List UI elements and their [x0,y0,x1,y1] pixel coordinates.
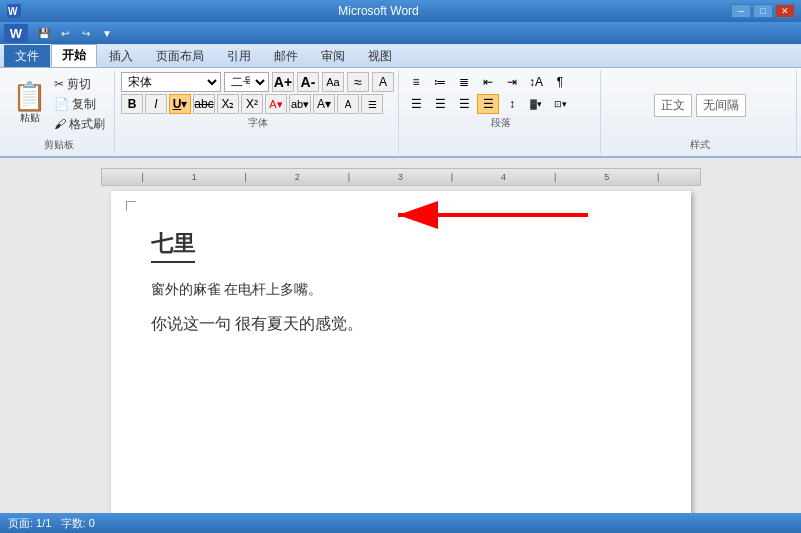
tab-insert[interactable]: 插入 [98,45,144,67]
highlight-button[interactable]: ab▾ [289,94,311,114]
font-color2-button[interactable]: A▾ [313,94,335,114]
cut-icon: ✂ [54,77,64,91]
align-left-button[interactable]: ☰ [405,94,427,114]
window-controls: ─ □ ✕ [731,4,795,18]
char-border-button[interactable]: A [337,94,359,114]
paragraph-group-label: 段落 [405,116,596,130]
cut-label: 剪切 [67,76,91,93]
margin-indicator [126,201,136,211]
copy-icon: 📄 [54,97,69,111]
style-no-space[interactable]: 无间隔 [696,94,746,117]
subscript-button[interactable]: X₂ [217,94,239,114]
red-arrow-indicator [393,195,593,235]
numbering-button[interactable]: ≔ [429,72,451,92]
style-normal[interactable]: 正文 [654,94,692,117]
svg-text:W: W [8,6,18,17]
font-group: 宋体 二号 初号 小初 一号 三号 A+ A- Aa ≈ A B I U▾ ab… [117,70,399,154]
tab-mailings[interactable]: 邮件 [263,45,309,67]
document-page: 七里 窗外的麻雀 在电杆上多嘴。 你说这一句 很有夏天的感觉。 [111,191,691,513]
tab-references[interactable]: 引用 [216,45,262,67]
font-grow-button[interactable]: A+ [272,72,294,92]
italic-button[interactable]: I [145,94,167,114]
close-button[interactable]: ✕ [775,4,795,18]
justify-button[interactable]: ☰ [477,94,499,114]
customize-button[interactable]: ▼ [98,25,116,41]
redo-button[interactable]: ↪ [77,25,95,41]
title-text: Microsoft Word [26,4,731,18]
paste-button[interactable]: 📋 粘贴 [10,81,49,127]
format-painter-icon: 🖌 [54,117,66,131]
copy-label: 复制 [72,96,96,113]
char-shading-button[interactable]: ☰ [361,94,383,114]
clipboard-label: 剪贴板 [44,138,74,152]
styles-group: 正文 无间隔 样式 [603,70,797,154]
align-center-button[interactable]: ☰ [429,94,451,114]
tab-pagelayout[interactable]: 页面布局 [145,45,215,67]
font-color-button[interactable]: A▾ [265,94,287,114]
copy-button[interactable]: 📄 复制 [51,95,108,114]
increase-indent-button[interactable]: ⇥ [501,72,523,92]
undo-button[interactable]: ↩ [56,25,74,41]
word-logo: W [4,24,28,42]
strikethrough-button[interactable]: abc [193,94,215,114]
cut-button[interactable]: ✂ 剪切 [51,75,108,94]
font-group-label: 字体 [121,116,394,130]
clipboard-group: 📋 粘贴 ✂ 剪切 📄 复制 🖌 格式刷 剪贴板 [4,70,115,154]
sort-button[interactable]: ↕A [525,72,547,92]
bold-button[interactable]: B [121,94,143,114]
underline-button[interactable]: U▾ [169,94,191,114]
tab-file[interactable]: 文件 [4,45,50,67]
document-line2: 窗外的麻雀 在电杆上多嘴。 [151,281,651,299]
font-name-select[interactable]: 宋体 [121,72,221,92]
font-size-select[interactable]: 二号 初号 小初 一号 三号 [224,72,269,92]
document-heading[interactable]: 七里 [151,229,195,263]
ribbon: 📋 粘贴 ✂ 剪切 📄 复制 🖌 格式刷 剪贴板 [0,68,801,158]
change-case-button[interactable]: Aa [322,72,344,92]
document-line3: 你说这一句 很有夏天的感觉。 [151,314,651,335]
superscript-button[interactable]: X² [241,94,263,114]
paragraph-group: ≡ ≔ ≣ ⇤ ⇥ ↕A ¶ ☰ ☰ ☰ ☰ ↕ ▓▾ ⊡▾ 段落 [401,70,601,154]
clear-format-button[interactable]: A [372,72,394,92]
decrease-indent-button[interactable]: ⇤ [477,72,499,92]
paste-label: 粘贴 [20,111,40,125]
shading-button[interactable]: ▓▾ [525,94,547,114]
paste-icon: 📋 [12,83,47,111]
format-painter-label: 格式刷 [69,116,105,133]
status-bar: 页面: 1/1 字数: 0 [0,513,801,533]
tab-view[interactable]: 视图 [357,45,403,67]
line-spacing-button[interactable]: ↕ [501,94,523,114]
word-icon: W [6,3,22,19]
styles-group-label: 样式 [607,138,792,152]
ruler: |1|2|3|4|5| [101,168,701,186]
quick-access-toolbar: W 💾 ↩ ↪ ▼ [0,22,801,44]
tab-home[interactable]: 开始 [51,44,97,67]
bullets-button[interactable]: ≡ [405,72,427,92]
font-shrink-button[interactable]: A- [297,72,319,92]
align-right-button[interactable]: ☰ [453,94,475,114]
multilevel-button[interactable]: ≣ [453,72,475,92]
minimize-button[interactable]: ─ [731,4,751,18]
show-marks-button[interactable]: ¶ [549,72,571,92]
status-text: 页面: 1/1 字数: 0 [8,516,95,531]
format-painter-button[interactable]: 🖌 格式刷 [51,115,108,134]
ribbon-tabs: 文件 开始 插入 页面布局 引用 邮件 审阅 视图 [0,44,801,68]
title-bar: W Microsoft Word ─ □ ✕ [0,0,801,22]
borders-button[interactable]: ⊡▾ [549,94,571,114]
maximize-button[interactable]: □ [753,4,773,18]
char-spacing-button[interactable]: ≈ [347,72,369,92]
tab-review[interactable]: 审阅 [310,45,356,67]
save-button[interactable]: 💾 [35,25,53,41]
